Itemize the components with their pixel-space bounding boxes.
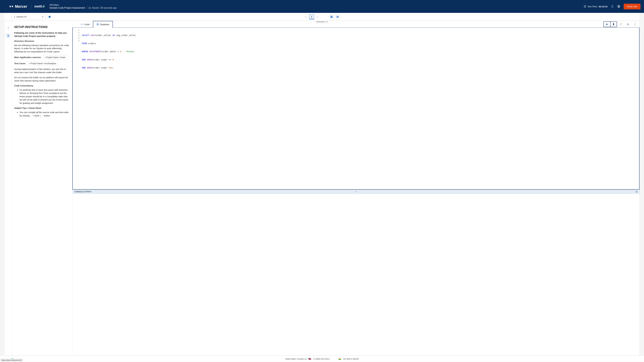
tips-item: You can compile all the source code and … (20, 111, 70, 117)
main-src-label: Main Application sources: (14, 56, 42, 58)
plug-icon (612, 23, 614, 25)
code-icon (81, 23, 83, 25)
svg-rect-8 (332, 17, 332, 18)
section-dropdown[interactable]: 1. Section #1 (12, 14, 45, 19)
test-time: Test Time: 02:15:14 (584, 5, 608, 8)
svg-point-17 (635, 23, 635, 23)
play-icon (606, 23, 608, 25)
test-time-value: 02:15:14 (599, 5, 608, 8)
main-src-path: < Project Name >/main (43, 55, 67, 59)
gear-icon (636, 191, 638, 193)
rename-text: Do not rename this folder as our platfor… (14, 76, 70, 82)
logo-area: Mercer mettl (9, 4, 44, 9)
cc-item: It's perfectly fine to have test-cases w… (20, 88, 70, 105)
console-settings-button[interactable] (636, 191, 638, 193)
fullscreen-button[interactable] (618, 22, 624, 27)
list-icon (337, 16, 339, 18)
settings-button[interactable] (617, 5, 620, 8)
exit-fullscreen-button[interactable] (611, 5, 614, 8)
question-number-button[interactable]: 1 (309, 14, 314, 19)
attempted-badge: Attempted: 1/1 (315, 20, 329, 23)
list-view-button[interactable] (335, 14, 340, 19)
grid-view-button[interactable] (329, 14, 334, 19)
svg-point-16 (97, 23, 98, 24)
topbar-right: Test Time: 02:15:14 Finish Test (584, 4, 640, 9)
console-label: CONSOLE OUTPUT (74, 191, 92, 193)
line-num: 1 (73, 28, 80, 31)
mercer-logo: Mercer (9, 4, 27, 9)
mettl-logo: mettl (34, 4, 44, 8)
prev-question-button[interactable] (304, 14, 308, 19)
line-num: 4 (73, 37, 80, 39)
editor-panel: Code Database (72, 21, 640, 356)
instructions-rail-button[interactable] (6, 33, 11, 38)
grid-icon (330, 16, 332, 18)
question-nav: 1 (304, 14, 340, 19)
tips-heading: Helpful Tips / Cheat Sheet (14, 107, 70, 109)
saved-status: Saved: 30 seconds ago (88, 6, 117, 9)
separator: / (86, 6, 87, 9)
help-rail-button[interactable] (6, 25, 11, 30)
setup-title: SETUP-INSTRUCTIONS (14, 25, 70, 29)
kebab-icon (635, 23, 635, 25)
connect-button[interactable] (610, 22, 617, 27)
chevron-left-icon (305, 16, 307, 18)
test-cases-label: Test Cases (14, 62, 26, 65)
test-time-label: Test Time: (588, 5, 598, 8)
svg-rect-7 (330, 17, 331, 18)
left-rail (4, 21, 12, 356)
finish-test-button[interactable]: Finish Test (624, 4, 640, 9)
svg-point-19 (635, 25, 635, 25)
cloud-icon (88, 6, 91, 9)
svg-rect-9 (337, 16, 338, 18)
next-question-button[interactable] (315, 14, 319, 19)
section-info-button[interactable] (48, 15, 52, 19)
chevron-right-icon (316, 16, 318, 18)
tab-code[interactable]: Code (78, 21, 93, 27)
tab-database[interactable]: Database (93, 21, 113, 28)
user-name: Abhudaya (50, 4, 117, 6)
top-bar: Mercer mettl Abhudaya Sample Code Projec… (0, 0, 644, 13)
theme-button[interactable] (625, 22, 631, 27)
console-output (72, 194, 640, 356)
saved-time: 30 seconds ago (100, 6, 117, 9)
gear-icon (617, 5, 620, 8)
line-num: 3 (73, 34, 80, 37)
svg-point-18 (635, 24, 635, 24)
instructions-panel[interactable]: SETUP-INSTRUCTIONS Following are some of… (12, 21, 72, 356)
svg-rect-6 (332, 16, 332, 17)
line-num: 2 (73, 31, 80, 34)
tips-post: button (44, 114, 50, 117)
database-icon (96, 23, 99, 25)
info-icon (48, 16, 51, 18)
dir-text: We are following Industry standard conve… (14, 44, 70, 53)
run-button[interactable] (604, 22, 610, 27)
drag-handle-icon[interactable]: ⠿ (355, 191, 357, 193)
more-button[interactable] (632, 22, 638, 27)
clock-icon (584, 5, 586, 8)
svg-point-1 (618, 6, 619, 7)
expand-icon (620, 23, 622, 25)
cc-heading: Code Consistency (14, 84, 70, 87)
saved-prefix: Saved: (92, 6, 99, 9)
document-icon (7, 34, 10, 37)
mettl-bars-icon (42, 5, 45, 7)
impl-text: During Implementation of the solution, y… (14, 67, 70, 74)
code-editor[interactable]: 1 2 3 4 5 SELECT AVG(order_value) AS avg… (72, 28, 640, 190)
assessment-name: Sample Code Project Assessment (50, 6, 85, 9)
assessment-info: Abhudaya Sample Code Project Assessment … (50, 4, 117, 9)
editor-header: Code Database (72, 21, 640, 28)
tab-code-label: Code (84, 23, 90, 25)
mercer-text: Mercer (15, 4, 27, 9)
mercer-mark-icon (9, 5, 14, 8)
dir-heading: Directory Structure (14, 40, 70, 42)
line-num: 5 (73, 39, 80, 42)
svg-point-20 (636, 191, 637, 192)
console-header[interactable]: CONSOLE OUTPUT ⠿ (72, 190, 640, 194)
mettl-text: mettl (34, 4, 42, 8)
main-area: SETUP-INSTRUCTIONS Following are some of… (4, 21, 640, 356)
question-icon (7, 26, 10, 29)
code-content[interactable]: SELECT AVG(order_value) AS avg_order_val… (81, 28, 639, 189)
moon-icon (627, 23, 629, 25)
svg-rect-5 (330, 16, 331, 17)
